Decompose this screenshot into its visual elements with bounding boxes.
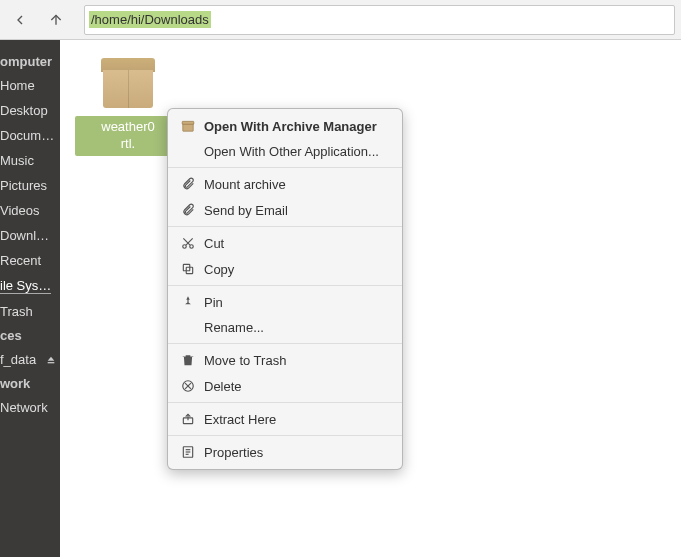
sidebar-item-documents[interactable]: Docum… xyxy=(0,123,60,148)
svg-point-6 xyxy=(190,245,194,249)
menu-label: Open With Other Application... xyxy=(204,144,379,159)
attach-icon xyxy=(180,176,196,192)
sidebar-section-computer: omputer xyxy=(0,50,60,73)
cut-icon xyxy=(180,235,196,251)
menu-label: Rename... xyxy=(204,320,264,335)
menu-separator xyxy=(168,285,402,286)
attach-icon xyxy=(180,202,196,218)
delete-icon xyxy=(180,378,196,394)
menu-trash[interactable]: Move to Trash xyxy=(168,347,402,373)
path-text: /home/hi/Downloads xyxy=(89,11,211,28)
archive-icon xyxy=(101,58,155,108)
menu-label: Cut xyxy=(204,236,224,251)
sidebar-item-videos[interactable]: Videos xyxy=(0,198,60,223)
properties-icon xyxy=(180,444,196,460)
sidebar-item-home[interactable]: Home xyxy=(0,73,60,98)
menu-rename[interactable]: Rename... xyxy=(168,315,402,340)
sidebar-item-desktop[interactable]: Desktop xyxy=(0,98,60,123)
archive-manager-icon xyxy=(180,118,196,134)
sidebar-item-fdata[interactable]: f_data xyxy=(0,347,60,372)
menu-label: Delete xyxy=(204,379,242,394)
menu-cut[interactable]: Cut xyxy=(168,230,402,256)
eject-icon[interactable] xyxy=(46,355,56,365)
toolbar: /home/hi/Downloads xyxy=(0,0,681,40)
menu-mount[interactable]: Mount archive xyxy=(168,171,402,197)
sidebar-item-downloads[interactable]: Downl… xyxy=(0,223,60,248)
chevron-left-icon xyxy=(12,12,28,28)
back-button[interactable] xyxy=(6,6,34,34)
menu-label: Mount archive xyxy=(204,177,286,192)
menu-label: Open With Archive Manager xyxy=(204,119,377,134)
file-label: weather0 rtl. xyxy=(75,116,181,156)
svg-rect-4 xyxy=(182,121,194,124)
menu-separator xyxy=(168,226,402,227)
menu-properties[interactable]: Properties xyxy=(168,439,402,465)
menu-open-other[interactable]: Open With Other Application... xyxy=(168,139,402,164)
path-bar[interactable]: /home/hi/Downloads xyxy=(84,5,675,35)
menu-delete[interactable]: Delete xyxy=(168,373,402,399)
menu-separator xyxy=(168,343,402,344)
menu-label: Copy xyxy=(204,262,234,277)
svg-point-5 xyxy=(183,245,187,249)
arrow-up-icon xyxy=(48,12,64,28)
sidebar-item-pictures[interactable]: Pictures xyxy=(0,173,60,198)
sidebar-section-devices: ces xyxy=(0,324,60,347)
menu-pin[interactable]: Pin xyxy=(168,289,402,315)
svg-marker-1 xyxy=(48,356,55,360)
trash-icon xyxy=(180,352,196,368)
menu-email[interactable]: Send by Email xyxy=(168,197,402,223)
menu-separator xyxy=(168,402,402,403)
context-menu: Open With Archive Manager Open With Othe… xyxy=(167,108,403,470)
menu-separator xyxy=(168,435,402,436)
sidebar-item-filesystem[interactable]: ile Sys… xyxy=(0,273,60,299)
copy-icon xyxy=(180,261,196,277)
pin-icon xyxy=(180,294,196,310)
menu-label: Extract Here xyxy=(204,412,276,427)
menu-open-archive[interactable]: Open With Archive Manager xyxy=(168,113,402,139)
menu-label: Properties xyxy=(204,445,263,460)
up-button[interactable] xyxy=(42,6,70,34)
menu-copy[interactable]: Copy xyxy=(168,256,402,282)
sidebar-item-music[interactable]: Music xyxy=(0,148,60,173)
sidebar-item-trash[interactable]: Trash xyxy=(0,299,60,324)
menu-label: Move to Trash xyxy=(204,353,286,368)
menu-label: Send by Email xyxy=(204,203,288,218)
extract-icon xyxy=(180,411,196,427)
sidebar: omputer Home Desktop Docum… Music Pictur… xyxy=(0,40,60,557)
menu-extract[interactable]: Extract Here xyxy=(168,406,402,432)
menu-label: Pin xyxy=(204,295,223,310)
svg-rect-2 xyxy=(48,362,55,363)
file-item[interactable]: weather0 rtl. xyxy=(78,58,178,156)
sidebar-item-recent[interactable]: Recent xyxy=(0,248,60,273)
menu-separator xyxy=(168,167,402,168)
sidebar-item-network[interactable]: Network xyxy=(0,395,60,420)
sidebar-section-network: work xyxy=(0,372,60,395)
